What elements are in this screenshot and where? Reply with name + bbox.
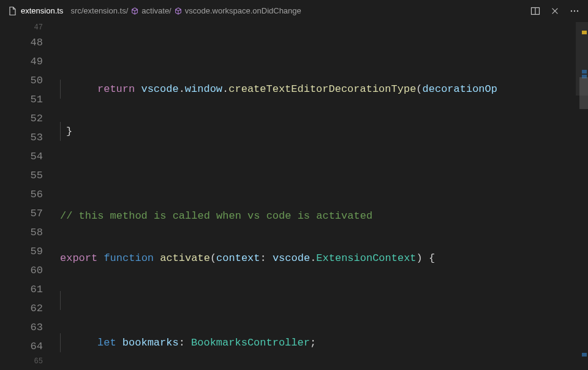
minimap-marker (582, 353, 587, 357)
file-icon (7, 6, 17, 16)
line-number: 51 (0, 90, 43, 109)
more-icon[interactable] (570, 6, 579, 16)
line-number-gutter: 47 48 49 50 51 52 53 54 55 56 57 58 59 6… (0, 22, 60, 370)
code-line: } (60, 122, 588, 141)
minimap[interactable] (576, 22, 588, 370)
code-line: return vscode.window.createTextEditorDec… (60, 80, 588, 99)
line-number: 62 (0, 299, 43, 318)
line-number: 60 (0, 261, 43, 280)
breadcrumb-path: src/extension.ts/ (70, 6, 128, 15)
tab-actions (522, 0, 588, 22)
minimap-marker (582, 31, 587, 34)
line-number: 64 (0, 337, 43, 356)
line-number: 65 (0, 356, 43, 367)
line-number: 55 (0, 166, 43, 185)
breadcrumb-symbol-2: vscode.workspace.onDidChange (185, 6, 301, 15)
symbol-icon (174, 7, 183, 15)
line-number: 63 (0, 318, 43, 337)
svg-point-3 (574, 10, 575, 11)
scrollbar-thumb[interactable] (579, 77, 588, 109)
tab-filename: extension.ts (21, 6, 63, 15)
line-number: 57 (0, 204, 43, 223)
line-number: 61 (0, 280, 43, 299)
line-number: 56 (0, 185, 43, 204)
code-content[interactable]: return vscode.window.createTextEditorDec… (60, 22, 588, 370)
line-number: 50 (0, 71, 43, 90)
line-number: 48 (0, 33, 43, 52)
code-line (60, 45, 588, 56)
line-number: 59 (0, 242, 43, 261)
code-line (60, 164, 588, 183)
code-line (60, 291, 588, 310)
line-number: 54 (0, 147, 43, 166)
minimap-marker (582, 70, 587, 74)
svg-point-2 (571, 10, 572, 11)
line-number: 47 (0, 22, 43, 33)
code-editor[interactable]: 47 48 49 50 51 52 53 54 55 56 57 58 59 6… (0, 22, 588, 370)
split-editor-icon[interactable] (530, 6, 540, 16)
code-line: // this method is called when vs code is… (60, 206, 588, 225)
code-line: let bookmarks: BookmarksController; (60, 333, 588, 352)
line-number: 49 (0, 52, 43, 71)
editor-tab-active[interactable]: extension.ts (0, 0, 68, 22)
breadcrumb-symbol-1: activate/ (141, 6, 171, 15)
line-number: 53 (0, 128, 43, 147)
code-line: export function activate(context: vscode… (60, 249, 588, 268)
tab-bar: extension.ts src/extension.ts/ activate/… (0, 0, 588, 22)
breadcrumb[interactable]: src/extension.ts/ activate/ vscode.works… (68, 0, 522, 22)
line-number: 58 (0, 223, 43, 242)
close-icon[interactable] (550, 6, 560, 16)
svg-point-4 (577, 10, 578, 11)
symbol-icon (130, 7, 139, 15)
line-number: 52 (0, 109, 43, 128)
